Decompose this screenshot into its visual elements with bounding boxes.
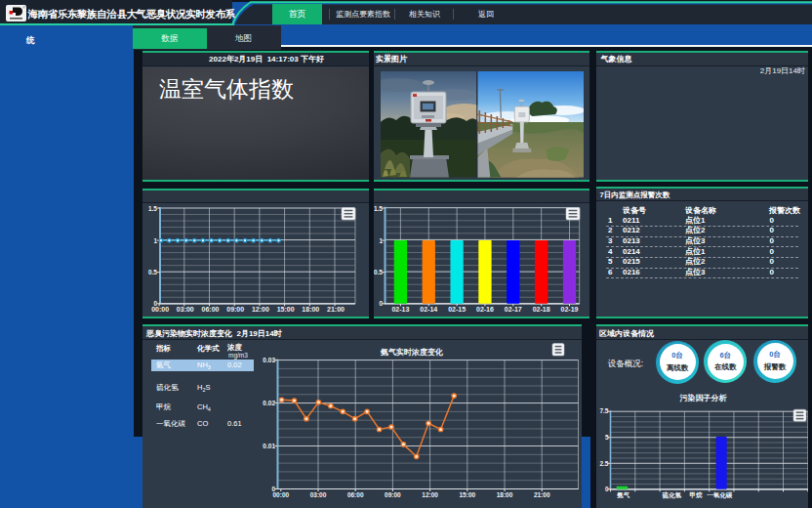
svg-text:15:00: 15:00	[459, 491, 475, 498]
svg-text:09:00: 09:00	[226, 306, 244, 313]
svg-text:18:00: 18:00	[302, 306, 319, 313]
svg-text:0.02: 0.02	[263, 400, 275, 406]
svg-text:18:00: 18:00	[497, 491, 513, 498]
svg-text:06:00: 06:00	[202, 306, 220, 313]
svg-text:5: 5	[604, 434, 608, 441]
svg-text:02-17: 02-17	[505, 306, 522, 313]
svg-text:03:00: 03:00	[310, 491, 327, 498]
svg-text:00:00: 00:00	[272, 491, 289, 498]
svg-text:7.5: 7.5	[599, 407, 608, 414]
svg-text:15:00: 15:00	[277, 306, 295, 313]
svg-text:0.5: 0.5	[374, 269, 383, 275]
svg-text:1: 1	[379, 236, 383, 243]
svg-text:02-16: 02-16	[476, 306, 494, 313]
svg-text:氨气: 氨气	[616, 491, 630, 499]
svg-text:1.5: 1.5	[148, 204, 157, 211]
svg-text:氨气实时浓度变化: 氨气实时浓度变化	[380, 347, 443, 357]
svg-text:甲烷: 甲烷	[689, 491, 703, 498]
svg-text:02-18: 02-18	[533, 306, 550, 313]
svg-text:21:00: 21:00	[327, 306, 345, 313]
svg-text:硫化氢: 硫化氢	[661, 491, 681, 499]
svg-text:12:00: 12:00	[422, 491, 438, 498]
svg-text:21:00: 21:00	[534, 491, 550, 498]
svg-text:0: 0	[379, 300, 383, 307]
svg-text:00:00: 00:00	[151, 306, 169, 313]
svg-text:02-15: 02-15	[448, 306, 466, 313]
svg-text:一氧化碳: 一氧化碳	[707, 491, 733, 499]
svg-text:0.03: 0.03	[263, 357, 275, 363]
svg-text:02-13: 02-13	[391, 306, 409, 313]
svg-text:06:00: 06:00	[347, 491, 364, 498]
svg-text:02-14: 02-14	[420, 306, 437, 313]
svg-text:1: 1	[153, 236, 157, 243]
svg-text:1.5: 1.5	[374, 204, 383, 211]
svg-text:09:00: 09:00	[385, 491, 401, 498]
svg-text:02-19: 02-19	[561, 306, 579, 313]
svg-text:®: ®	[23, 6, 26, 10]
svg-text:12:00: 12:00	[252, 306, 269, 313]
svg-text:03:00: 03:00	[177, 306, 194, 313]
svg-text:0: 0	[604, 486, 608, 492]
svg-text:0.01: 0.01	[263, 443, 275, 449]
svg-text:2.5: 2.5	[599, 460, 608, 467]
svg-text:0.5: 0.5	[148, 269, 157, 275]
